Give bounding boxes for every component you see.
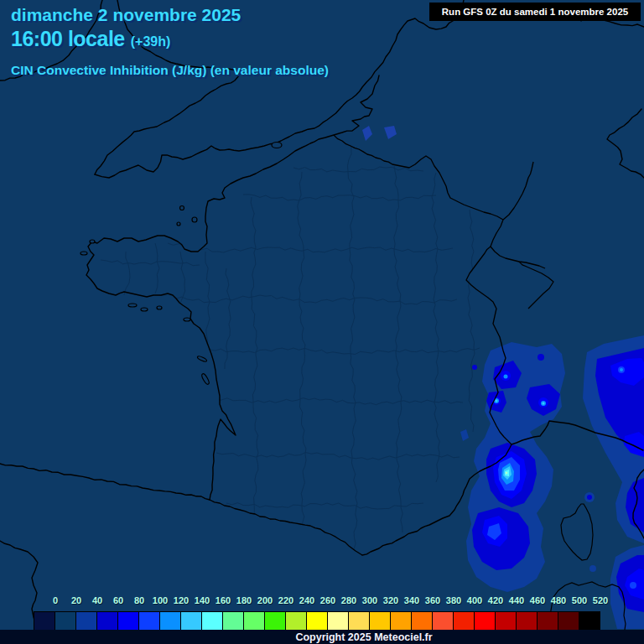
copyright-bar: Copyright 2025 Meteociel.fr bbox=[0, 630, 644, 644]
scale-label: 120 bbox=[174, 595, 189, 605]
scale-cell bbox=[76, 612, 97, 630]
scale-label: 40 bbox=[92, 595, 102, 605]
copyright-label: Copyright 2025 Meteociel.fr bbox=[295, 631, 432, 643]
forecast-offset: (+39h) bbox=[131, 34, 171, 49]
channel-island bbox=[180, 206, 184, 210]
scale-cell bbox=[558, 612, 579, 630]
scale-cell bbox=[160, 612, 181, 630]
scale-label: 140 bbox=[195, 595, 210, 605]
scale-labels: 0204060801001201401601802002202402602803… bbox=[34, 595, 601, 607]
title-block: dimanche 2 novembre 2025 16:00 locale(+3… bbox=[11, 5, 329, 78]
channel-island bbox=[177, 222, 180, 226]
scale-label: 0 bbox=[53, 595, 58, 605]
scale-cell bbox=[139, 612, 160, 630]
scale-label: 220 bbox=[278, 595, 293, 605]
scale-label: 240 bbox=[299, 595, 314, 605]
scale-label: 360 bbox=[425, 595, 440, 605]
scale-label: 260 bbox=[320, 595, 335, 605]
scale-label: 460 bbox=[530, 595, 545, 605]
isle-of-wight bbox=[272, 143, 282, 148]
scale-label: 400 bbox=[467, 595, 482, 605]
scale-cell bbox=[118, 612, 139, 630]
scale-label: 440 bbox=[509, 595, 524, 605]
scale-label: 160 bbox=[216, 595, 231, 605]
scale-label: 380 bbox=[446, 595, 461, 605]
scale-label: 300 bbox=[362, 595, 377, 605]
scale-cell bbox=[349, 612, 370, 630]
scale-cell bbox=[517, 612, 538, 630]
local-time: 16:00 locale bbox=[11, 27, 125, 50]
scale-label: 100 bbox=[153, 595, 168, 605]
scale-cell bbox=[181, 612, 202, 630]
scale-label: 200 bbox=[257, 595, 273, 605]
scale-cell bbox=[454, 612, 475, 630]
scale-label: 500 bbox=[572, 595, 587, 605]
run-info-label: Run GFS 0Z du samedi 1 novembre 2025 bbox=[442, 7, 628, 17]
channel-island bbox=[192, 217, 197, 222]
scale-cell bbox=[391, 612, 412, 630]
scale-cell bbox=[34, 612, 55, 630]
scale-label: 320 bbox=[383, 595, 398, 605]
sea-land-background bbox=[0, 0, 644, 644]
scale-label: 60 bbox=[113, 595, 123, 605]
scale-label: 420 bbox=[488, 595, 503, 605]
scale-label: 180 bbox=[236, 595, 252, 605]
run-info-box: Run GFS 0Z du samedi 1 novembre 2025 bbox=[429, 3, 641, 21]
scale-label: 20 bbox=[71, 595, 81, 605]
scale-cell bbox=[202, 612, 223, 630]
scale-cell bbox=[244, 612, 265, 630]
scale-cell bbox=[265, 612, 286, 630]
scale-cell bbox=[370, 612, 391, 630]
scale-label: 80 bbox=[134, 595, 144, 605]
time-label: 16:00 locale(+39h) bbox=[11, 27, 329, 51]
date-label: dimanche 2 novembre 2025 bbox=[11, 5, 329, 25]
weather-map-page: dimanche 2 novembre 2025 16:00 locale(+3… bbox=[0, 0, 644, 644]
scale-cell bbox=[223, 612, 244, 630]
scale-label: 520 bbox=[593, 595, 608, 605]
parameter-title: CIN Convective Inhibition (J/kg) (en val… bbox=[11, 63, 329, 78]
scale-cell bbox=[328, 612, 349, 630]
scale-cell bbox=[286, 612, 307, 630]
scale-label: 480 bbox=[551, 595, 566, 605]
scale-cell bbox=[433, 612, 454, 630]
scale-cell bbox=[579, 612, 600, 630]
scale-cell bbox=[97, 612, 118, 630]
scale-label: 340 bbox=[404, 595, 419, 605]
scale-cell bbox=[538, 612, 558, 630]
scale-cell bbox=[496, 612, 517, 630]
scale-cells bbox=[34, 611, 600, 631]
scale-cell bbox=[55, 612, 76, 630]
scale-cell bbox=[307, 612, 328, 630]
scale-cell bbox=[475, 612, 496, 630]
france-weather-map[interactable] bbox=[0, 0, 644, 644]
scale-label: 280 bbox=[341, 595, 356, 605]
scale-cell bbox=[412, 612, 433, 630]
